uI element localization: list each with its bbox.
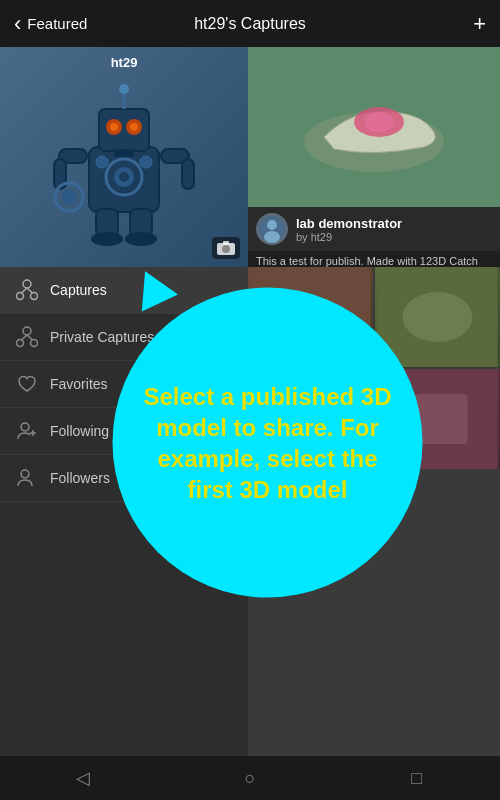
nav-home-button[interactable]: ○ [230,758,270,798]
bubble-tail [127,263,178,312]
svg-point-32 [23,327,31,335]
header: ‹ Featured ht29's Captures + [0,0,500,47]
svg-point-5 [130,123,138,131]
svg-point-23 [62,190,76,204]
model-author-avatar [256,213,288,245]
svg-rect-26 [223,241,229,245]
svg-point-37 [21,423,29,431]
back-button[interactable]: ‹ Featured [14,11,87,37]
camera-icon[interactable] [212,237,240,259]
svg-point-28 [17,293,24,300]
bottom-nav: ◁ ○ □ [0,756,500,800]
svg-line-35 [22,335,28,340]
add-icon[interactable]: + [473,11,486,37]
svg-point-29 [31,293,38,300]
nav-recents-icon: □ [411,768,422,789]
model-author: by ht29 [296,231,492,243]
robot-svg [34,67,214,247]
svg-point-4 [110,123,118,131]
svg-point-19 [125,232,157,246]
featured-label: Featured [27,15,87,32]
nav-recents-button[interactable]: □ [397,758,437,798]
svg-point-27 [23,280,31,288]
private-icon [16,326,38,348]
svg-point-10 [96,156,108,168]
svg-rect-1 [99,109,149,151]
svg-rect-15 [182,159,194,189]
svg-line-36 [27,335,33,340]
svg-point-43 [364,112,394,132]
tooltip-text: Select a published 3D model to share. Fo… [113,350,423,535]
svg-point-46 [264,231,280,243]
svg-point-11 [140,156,152,168]
page-title: ht29's Captures [194,15,306,33]
svg-point-9 [119,172,129,182]
svg-point-33 [17,340,24,347]
bubble-body: Select a published 3D model to share. Fo… [113,288,423,598]
svg-point-18 [91,232,123,246]
sidebar-username: ht29 [0,55,248,70]
nav-back-button[interactable]: ◁ [63,758,103,798]
nav-home-icon: ○ [245,768,256,789]
robot-image [0,47,248,267]
tooltip-bubble-container: Select a published 3D model to share. Fo… [93,258,443,618]
favorites-icon [16,373,38,395]
followers-icon [16,467,38,489]
svg-point-21 [119,84,129,94]
avatar-svg [258,215,286,243]
model-preview [248,47,500,207]
svg-point-45 [267,220,277,230]
model-card-top[interactable]: lab demonstrator by ht29 This a test for… [248,47,500,267]
captures-icon [16,279,38,301]
nav-back-icon: ◁ [76,767,90,789]
svg-rect-6 [114,149,134,157]
model-info-bar: lab demonstrator by ht29 [248,207,500,251]
following-icon [16,420,38,442]
model-3d-preview [294,67,454,187]
model-name-area: lab demonstrator by ht29 [296,216,492,243]
camera-svg [217,241,235,255]
svg-line-30 [22,288,28,293]
svg-line-31 [27,288,33,293]
svg-point-25 [222,245,230,253]
svg-point-40 [21,470,29,478]
svg-point-34 [31,340,38,347]
model-name: lab demonstrator [296,216,492,231]
chevron-left-icon: ‹ [14,11,21,37]
sidebar-cover-image: ht29 [0,47,248,267]
